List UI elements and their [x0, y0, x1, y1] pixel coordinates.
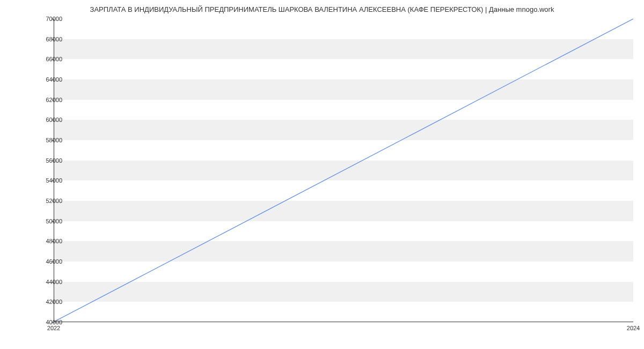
grid-band [54, 282, 633, 302]
x-tick-label: 2024 [627, 325, 640, 331]
grid-band [54, 201, 633, 221]
y-tick-label: 54000 [35, 177, 62, 184]
y-tick-label: 66000 [35, 56, 62, 62]
y-tick-label: 68000 [35, 36, 62, 42]
y-tick-label: 46000 [35, 258, 62, 265]
y-tick-label: 56000 [35, 157, 62, 164]
x-tick-label: 2022 [47, 325, 60, 331]
y-tick-label: 64000 [35, 76, 62, 83]
grid-band [54, 241, 633, 261]
y-tick-label: 44000 [35, 279, 62, 285]
y-tick-label: 48000 [35, 238, 62, 244]
grid-band [54, 161, 633, 181]
grid-band [54, 39, 633, 60]
chart-plot-area [54, 19, 633, 322]
y-tick-label: 52000 [35, 198, 62, 204]
y-tick-label: 58000 [35, 137, 62, 143]
y-tick-label: 60000 [35, 117, 62, 123]
y-tick-label: 70000 [35, 16, 62, 22]
chart-title: ЗАРПЛАТА В ИНДИВИДУАЛЬНЫЙ ПРЕДПРИНИМАТЕЛ… [0, 0, 644, 13]
y-tick-label: 42000 [35, 299, 62, 305]
grid-band [54, 120, 633, 140]
y-tick-label: 62000 [35, 97, 62, 103]
y-tick-label: 50000 [35, 218, 62, 224]
grid-band [54, 79, 633, 100]
